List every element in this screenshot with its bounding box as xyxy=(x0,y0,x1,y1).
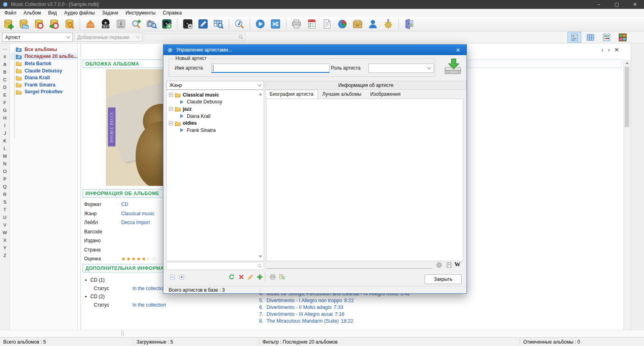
alphabet-letter[interactable]: F xyxy=(0,99,10,107)
minimize-button[interactable]: – xyxy=(590,0,608,9)
restore-database-icon[interactable] xyxy=(49,19,60,29)
sidebar-item[interactable]: Sergei Prokofiev xyxy=(10,89,77,96)
alphabet-letter[interactable]: A xyxy=(0,61,10,68)
alphabet-letter[interactable]: T xyxy=(0,206,10,214)
close-dialog-button[interactable]: Закрыть xyxy=(425,274,462,284)
remove-album-icon[interactable] xyxy=(182,19,193,29)
tree-item-label[interactable]: Claude Debussy xyxy=(187,99,222,105)
edit-album-icon[interactable] xyxy=(198,19,208,29)
alphabet-letter[interactable]: S xyxy=(0,198,10,206)
menu-item[interactable]: Вид xyxy=(45,9,61,16)
alphabet-letter[interactable]: B xyxy=(0,68,10,76)
track-row[interactable]: 5. Divertimento - I Allegro non troppo 8… xyxy=(255,297,464,304)
alphabet-letter[interactable]: W xyxy=(0,229,10,237)
sidebar-item[interactable]: Diana Krall xyxy=(10,74,77,81)
artist-name-input[interactable] xyxy=(212,64,329,72)
card-file-icon[interactable] xyxy=(352,19,363,29)
group-by-combo[interactable]: Артист xyxy=(2,33,73,42)
find-audio-icon[interactable] xyxy=(234,19,245,29)
alphabet-letter[interactable]: K xyxy=(0,137,10,145)
print-icon[interactable] xyxy=(291,19,302,29)
table-view-button[interactable] xyxy=(584,32,597,43)
artist-role-combo[interactable] xyxy=(368,64,434,73)
shelf-view-button[interactable] xyxy=(616,32,630,43)
alphabet-letter[interactable]: R xyxy=(0,191,10,198)
splitter-handle[interactable] xyxy=(123,331,124,336)
search-icon[interactable] xyxy=(238,34,244,40)
artist-tree-item[interactable]: Frank Sinatra xyxy=(167,127,264,134)
collapse-all-icon[interactable] xyxy=(169,274,176,280)
alphabet-letter[interactable]: J xyxy=(0,130,10,137)
sidebar-item[interactable]: Claude Debussy xyxy=(10,67,77,74)
sidebar-item[interactable]: Bela Bartok xyxy=(10,60,77,67)
tree-item-label[interactable]: oldies xyxy=(183,120,197,126)
genre-group-combo[interactable]: Жанр xyxy=(166,81,264,90)
add-artist-icon[interactable] xyxy=(256,274,263,280)
report-icon[interactable] xyxy=(322,19,332,29)
web-lookup-icon[interactable] xyxy=(436,262,443,269)
alphabet-letter[interactable]: N xyxy=(0,160,10,168)
scroll-up-icon[interactable] xyxy=(625,62,629,64)
refresh-icon[interactable] xyxy=(228,274,235,280)
delete-artist-icon[interactable] xyxy=(238,274,245,280)
tree-item-label[interactable]: Classical music xyxy=(183,92,219,98)
alphabet-letter[interactable]: I xyxy=(0,122,10,130)
dialog-titlebar[interactable]: Управление артистами... ✕ xyxy=(163,45,466,55)
menu-item[interactable]: Альбом xyxy=(20,9,45,16)
tree-item-label[interactable]: Diana Krall xyxy=(187,113,211,119)
nav-forward-icon[interactable]: › xyxy=(608,46,610,54)
collapse-icon[interactable] xyxy=(169,93,173,97)
nav-close-icon[interactable]: ✕ xyxy=(614,46,619,54)
export-icon[interactable] xyxy=(279,274,285,280)
tree-item-label[interactable]: jazz xyxy=(183,106,192,112)
alphabet-letter[interactable]: V xyxy=(0,221,10,229)
menu-item[interactable]: Аудио файлы xyxy=(60,9,98,16)
artist-search-input[interactable] xyxy=(168,263,257,269)
details-view-button[interactable] xyxy=(568,32,581,43)
repair-database-icon[interactable] xyxy=(64,19,75,29)
collapse-icon[interactable] xyxy=(169,107,173,111)
alphabet-letter[interactable]: X xyxy=(0,237,10,244)
find-cover-icon[interactable] xyxy=(146,19,157,29)
alphabet-letter[interactable]: O xyxy=(0,168,10,175)
alphabet-letter[interactable]: E xyxy=(0,91,10,99)
menu-item[interactable]: Файл xyxy=(1,9,20,16)
alphabet-letter[interactable]: D xyxy=(0,84,10,91)
artist-tree-item[interactable]: Diana Krall xyxy=(167,113,264,120)
save-icon[interactable] xyxy=(446,262,453,269)
alphabet-letter[interactable]: U xyxy=(0,214,10,221)
sidebar-item[interactable]: Все альбомы xyxy=(10,46,77,53)
alphabet-letter[interactable]: H xyxy=(0,114,10,122)
close-button[interactable]: ✕ xyxy=(626,0,644,9)
alphabet-letter[interactable]: # xyxy=(0,53,10,61)
maximize-button[interactable]: ▢ xyxy=(608,0,626,9)
artist-tree-item[interactable]: Claude Debussy xyxy=(167,99,264,106)
bio-source-field[interactable] xyxy=(266,268,432,269)
backup-database-icon[interactable] xyxy=(33,19,44,29)
alphabet-letter[interactable]: M xyxy=(0,152,10,160)
alphabet-letter[interactable]: C xyxy=(0,76,10,84)
search-icon[interactable] xyxy=(257,263,262,269)
thumbnails-view-button[interactable] xyxy=(600,32,613,43)
save-artist-button[interactable] xyxy=(442,57,463,78)
print-icon[interactable] xyxy=(269,274,276,280)
alphabet-letter[interactable]: G xyxy=(0,107,10,114)
search-input[interactable] xyxy=(146,35,238,40)
dialog-close-icon[interactable]: ✕ xyxy=(453,47,463,53)
scrollbar-thumb[interactable] xyxy=(625,67,629,127)
menu-item[interactable]: Справка xyxy=(159,9,185,16)
alphabet-letter[interactable]: Q xyxy=(0,183,10,191)
artist-tree-item[interactable]: Classical music xyxy=(167,91,264,99)
play-icon[interactable] xyxy=(255,19,266,29)
tools-icon[interactable] xyxy=(383,19,394,29)
sidebar-item[interactable]: Последние 20 альбо... xyxy=(10,53,77,60)
collapse-icon[interactable] xyxy=(169,121,173,126)
vertical-scrollbar[interactable] xyxy=(623,60,630,337)
exit-icon[interactable] xyxy=(404,19,415,29)
alphabet-letter[interactable]: Y xyxy=(0,244,10,252)
scroll-down-icon[interactable] xyxy=(259,255,262,258)
nav-back-icon[interactable]: ‹ xyxy=(601,46,603,54)
rating-stars[interactable]: ★★★★★☆☆ xyxy=(121,256,157,262)
statistics-icon[interactable] xyxy=(337,19,348,29)
track-row[interactable]: 7. Divertimento - III Allegro assai 7:16 xyxy=(255,311,464,317)
